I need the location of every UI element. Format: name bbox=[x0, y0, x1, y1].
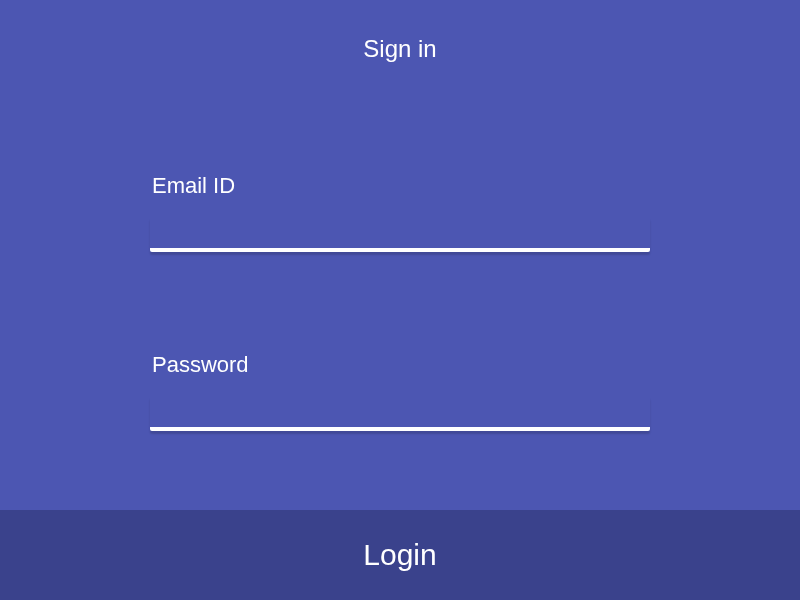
email-input[interactable] bbox=[150, 217, 650, 252]
page-title: Sign in bbox=[0, 0, 800, 63]
password-input[interactable] bbox=[150, 396, 650, 431]
password-field-group: Password bbox=[150, 352, 650, 431]
email-field-group: Email ID bbox=[150, 173, 650, 252]
password-label: Password bbox=[150, 352, 650, 378]
email-label: Email ID bbox=[150, 173, 650, 199]
login-button[interactable]: Login bbox=[0, 510, 800, 600]
login-form: Email ID Password Forgot Password ? bbox=[0, 173, 800, 554]
